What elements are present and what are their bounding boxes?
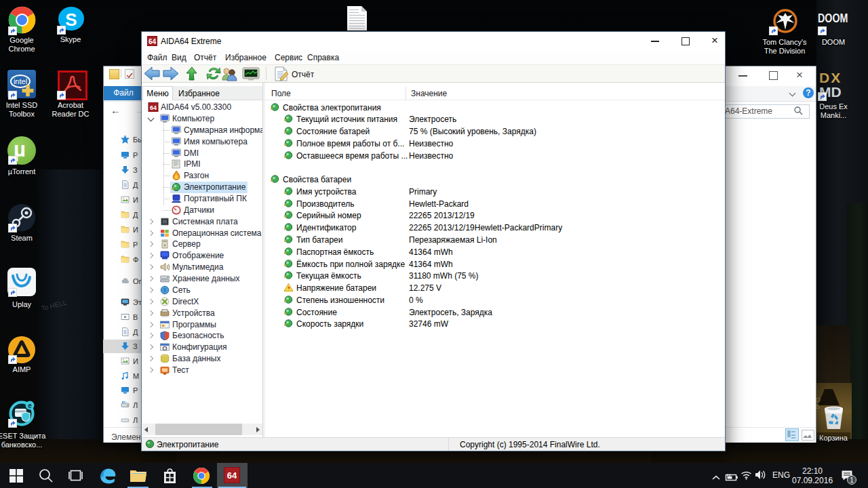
svg-text:e: e [28,402,32,409]
svg-text:S: S [65,9,77,30]
svg-text:64: 64 [150,104,157,111]
svg-text:intel: intel [14,77,27,85]
